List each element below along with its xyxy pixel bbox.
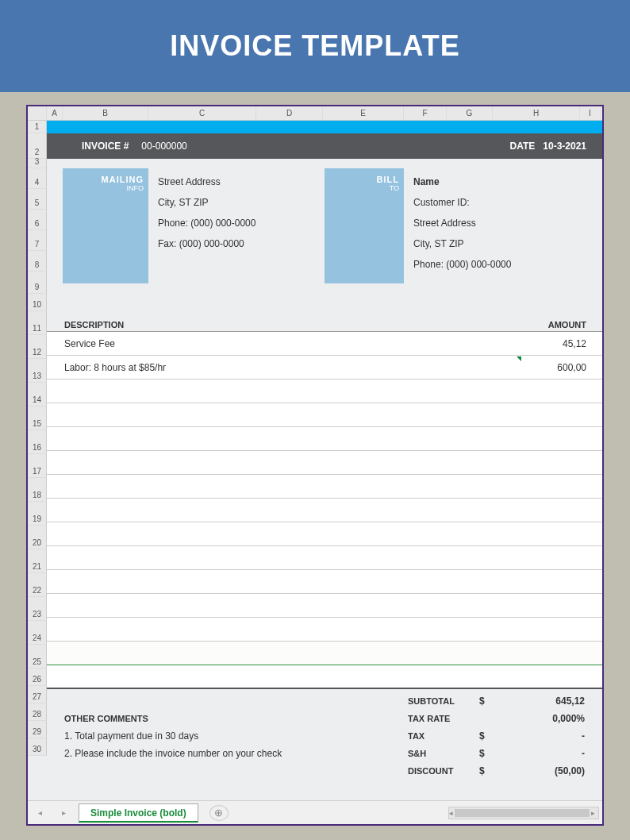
row-header-24[interactable]: 24 [28, 621, 47, 645]
col-header-C[interactable]: C [148, 106, 256, 120]
row-header-11[interactable]: 11 [28, 311, 47, 335]
tab-nav-arrows[interactable]: ◂ ▸ [28, 808, 75, 817]
invoice-bar: INVOICE # 00-000000 DATE 10-3-2021 [47, 133, 602, 159]
row-header-17[interactable]: 17 [28, 454, 47, 478]
invoice-date-label: DATE [510, 141, 536, 152]
row-header-27[interactable]: 27 [28, 686, 47, 703]
row-header-23[interactable]: 23 [28, 597, 47, 621]
total-label: S&H [408, 749, 426, 758]
billto-line: Phone: (000) 000-0000 [413, 254, 511, 275]
row-header-3[interactable]: 3 [28, 159, 47, 168]
row-header-7[interactable]: 7 [28, 230, 47, 251]
next-sheet-icon[interactable]: ▸ [62, 808, 66, 817]
billto-line: City, ST ZIP [413, 233, 511, 254]
line-item-row[interactable] [47, 451, 602, 475]
row-header-18[interactable]: 18 [28, 478, 47, 502]
page-banner: INVOICE TEMPLATE [0, 0, 630, 92]
row-header-29[interactable]: 29 [28, 721, 47, 738]
col-header-H[interactable]: H [493, 106, 580, 120]
row-header-22[interactable]: 22 [28, 573, 47, 597]
line-item-row[interactable]: Service Fee45,12 [47, 332, 602, 356]
workbook-frame: A B C D E F G H I 1234567891011121314151… [26, 105, 604, 826]
col-header-D[interactable]: D [256, 106, 323, 120]
scrollbar-thumb[interactable] [455, 809, 590, 817]
line-item-row[interactable] [47, 403, 602, 427]
accent-stripe [47, 121, 602, 133]
col-header-A[interactable]: A [47, 106, 63, 120]
col-header-F[interactable]: F [404, 106, 447, 120]
other-comments-title: OTHER COMMENTS [64, 714, 148, 723]
col-header-B[interactable]: B [63, 106, 148, 120]
scroll-right-icon[interactable]: ▸ [591, 809, 595, 817]
row-header-5[interactable]: 5 [28, 189, 47, 210]
scroll-left-icon[interactable]: ◂ [449, 809, 453, 817]
row-header-16[interactable]: 16 [28, 430, 47, 454]
mailing-info-box: MAILING INFO [63, 168, 148, 283]
row-header-10[interactable]: 10 [28, 294, 47, 311]
sheet-content[interactable]: INVOICE # 00-000000 DATE 10-3-2021 MAILI… [47, 121, 602, 803]
mailing-title-1: MAILING [63, 175, 144, 184]
col-header-G[interactable]: G [447, 106, 493, 120]
comment-line: 1. Total payment due in 30 days [64, 730, 198, 742]
row-header-28[interactable]: 28 [28, 703, 47, 721]
total-value[interactable]: - [582, 748, 585, 759]
line-item-row[interactable] [47, 618, 602, 642]
line-item-row[interactable] [47, 594, 602, 618]
line-item-row[interactable] [47, 522, 602, 546]
mailing-address[interactable]: Street Address City, ST ZIP Phone: (000)… [158, 171, 255, 254]
billto-line: Street Address [413, 213, 511, 233]
add-sheet-button[interactable]: ⊕ [209, 805, 229, 821]
sheet-tab-active[interactable]: Simple Invoice (bold) [79, 803, 198, 823]
row-header-20[interactable]: 20 [28, 526, 47, 549]
row-header-13[interactable]: 13 [28, 359, 47, 383]
prev-sheet-icon[interactable]: ◂ [38, 808, 42, 817]
horizontal-scrollbar[interactable]: ◂ ▸ [448, 807, 599, 819]
error-indicator-icon[interactable] [517, 356, 521, 361]
row-header-1[interactable]: 1 [28, 121, 47, 133]
line-item-row[interactable] [47, 499, 602, 522]
line-item-amount: 45,12 [563, 338, 586, 349]
row-header-14[interactable]: 14 [28, 383, 47, 407]
line-items: Service Fee45,12Labor: 8 hours at $85/hr… [47, 332, 602, 689]
row-header-21[interactable]: 21 [28, 549, 47, 573]
banner-title: INVOICE TEMPLATE [170, 29, 459, 63]
row-header-12[interactable]: 12 [28, 335, 47, 359]
row-header-4[interactable]: 4 [28, 168, 47, 189]
row-header-9[interactable]: 9 [28, 272, 47, 294]
row-header-8[interactable]: 8 [28, 251, 47, 272]
billto-line: Name [413, 171, 511, 192]
row-header-30[interactable]: 30 [28, 738, 47, 756]
line-item-row[interactable] [47, 427, 602, 451]
total-label: TAX [408, 731, 424, 741]
bill-to-box: BILL TO [325, 168, 404, 283]
column-headers: A B C D E F G H I [28, 106, 602, 121]
total-label: TAX RATE [408, 714, 450, 723]
invoice-date-value[interactable]: 10-3-2021 [543, 141, 586, 152]
total-value[interactable]: 645,12 [555, 696, 585, 707]
line-item-row[interactable] [47, 546, 602, 570]
row-header-2[interactable]: 2 [28, 133, 47, 159]
row-header-25[interactable]: 25 [28, 645, 47, 669]
totals-row: 2. Please include the invoice number on … [47, 745, 602, 762]
info-section: MAILING INFO Street Address City, ST ZIP… [47, 168, 602, 299]
col-header-E[interactable]: E [323, 106, 404, 120]
row-header-26[interactable]: 26 [28, 669, 47, 686]
line-item-row[interactable] [47, 475, 602, 499]
total-value[interactable]: (50,00) [555, 765, 585, 776]
select-all-corner[interactable] [28, 106, 47, 120]
bill-to-address[interactable]: Name Customer ID: Street Address City, S… [413, 171, 511, 275]
row-header-15[interactable]: 15 [28, 407, 47, 430]
row-header-6[interactable]: 6 [28, 210, 47, 230]
row-headers: 1234567891011121314151617181920212223242… [28, 121, 47, 756]
row-header-19[interactable]: 19 [28, 502, 47, 526]
billto-title-1: BILL [325, 175, 399, 184]
invoice-number-value[interactable]: 00-000000 [141, 141, 186, 152]
total-value[interactable]: - [582, 730, 585, 742]
line-item-row[interactable] [47, 665, 602, 689]
line-item-row[interactable] [47, 570, 602, 594]
line-item-row[interactable] [47, 642, 602, 665]
totals-row: DISCOUNT$(50,00) [47, 762, 602, 780]
col-header-I[interactable]: I [580, 106, 601, 120]
line-item-row[interactable] [47, 380, 602, 403]
total-value[interactable]: 0,000% [552, 713, 585, 724]
